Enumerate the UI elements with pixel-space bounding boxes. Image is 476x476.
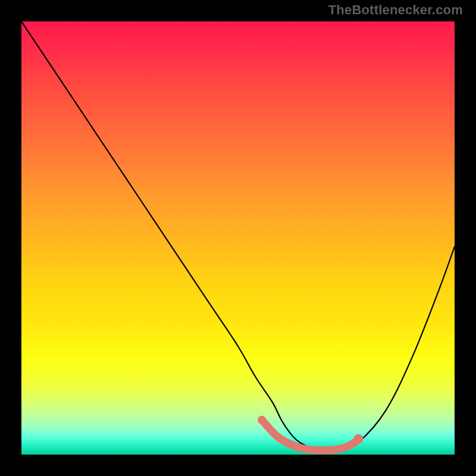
optimal-range-line — [262, 420, 358, 450]
chart-frame: TheBottlenecker.com — [0, 0, 476, 476]
optimal-range-endpoint — [258, 416, 266, 424]
curve-layer — [21, 21, 455, 455]
optimal-range-highlight — [258, 416, 363, 450]
plot-area — [21, 21, 455, 455]
attribution-label: TheBottlenecker.com — [328, 2, 463, 18]
bottleneck-curve — [21, 21, 455, 450]
optimal-range-endpoint — [353, 434, 363, 444]
